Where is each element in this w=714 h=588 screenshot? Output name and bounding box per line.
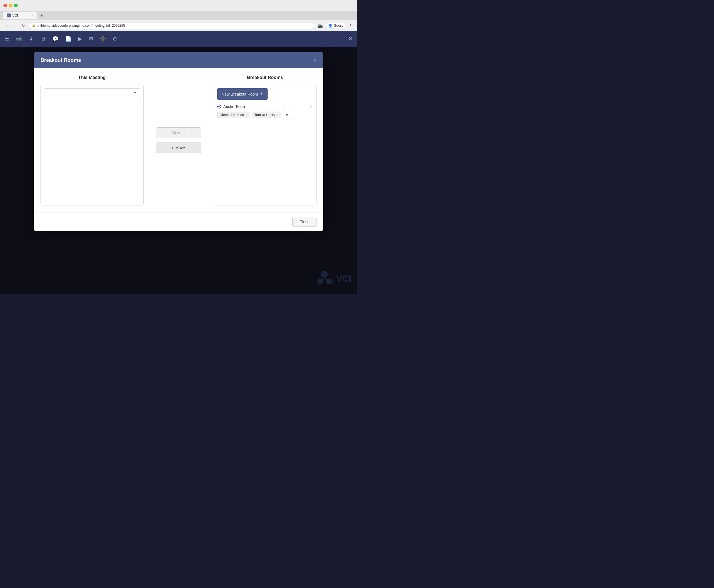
modal-close-button[interactable]: × <box>313 58 316 63</box>
forward-button[interactable]: › <box>12 22 18 29</box>
add-participant-button[interactable]: ▼ <box>283 111 291 119</box>
chat-icon[interactable]: 💬 <box>52 36 59 42</box>
document-icon[interactable]: 📄 <box>65 36 71 42</box>
url-bar[interactable]: 🔒 m4demo.videoconferencinginfo.com/meeti… <box>29 22 315 29</box>
maximize-traffic-light[interactable] <box>14 4 18 7</box>
more-options-icon[interactable]: ⋮ <box>348 22 354 29</box>
screen-share-icon[interactable]: 🖥 <box>41 36 45 42</box>
title-bar <box>0 0 357 11</box>
room-radio-button[interactable] <box>217 105 221 108</box>
app-toolbar: ☰ 📹 🎙 🖥 💬 📄 ▶ ✉ ➕ ⊙ ✕ <box>0 31 357 47</box>
active-tab[interactable]: V VCI × <box>3 12 37 19</box>
tab-title: VCI <box>13 14 18 17</box>
browser-chrome: V VCI × + ‹ › ↻ 🔒 m4demo.videoconferenci… <box>0 0 357 31</box>
room-delete-button[interactable]: ✕ <box>310 104 313 109</box>
breakout-rooms-title: Breakout Rooms <box>214 75 317 80</box>
new-breakout-btn-label: New Breakout Room <box>222 92 258 97</box>
this-meeting-box: ▼ <box>41 85 144 206</box>
minimize-traffic-light[interactable] <box>9 4 13 7</box>
move-left-label: Move <box>175 146 185 150</box>
remove-charlie-button[interactable]: ✕ <box>245 113 248 117</box>
breakout-rooms-modal: Breakout Rooms × This Meeting ▼ <box>34 52 323 231</box>
camera-icon[interactable]: 📷 <box>317 22 323 29</box>
move-right-icon: › <box>184 130 185 135</box>
participant-tamika-henry: Tamika Henry ✕ <box>252 111 281 118</box>
participant-name: Tamika Henry <box>254 113 275 117</box>
remove-tamika-button[interactable]: ✕ <box>276 113 279 117</box>
room-name: Austin Team <box>224 104 308 109</box>
traffic-lights <box>3 4 18 7</box>
room-radio-inner <box>218 106 220 107</box>
user-icon: 👤 <box>328 24 333 27</box>
breakout-rooms-box: New Breakout Room + Austin Team ✕ <box>214 85 317 206</box>
video-icon[interactable]: 📹 <box>16 36 22 42</box>
back-button[interactable]: ‹ <box>3 22 9 29</box>
new-breakout-plus-icon: + <box>260 91 264 97</box>
tab-close-button[interactable]: × <box>32 14 34 17</box>
close-traffic-light[interactable] <box>3 4 7 7</box>
mic-icon[interactable]: 🎙 <box>29 36 34 42</box>
url-text: m4demo.videoconferencinginfo.com/meeting… <box>37 24 125 27</box>
new-breakout-room-button[interactable]: New Breakout Room + <box>217 88 268 100</box>
modal-title: Breakout Rooms <box>41 57 81 63</box>
tab-bar: V VCI × + <box>0 11 357 20</box>
browser-actions: 📷 👤 Guest ⋮ <box>317 22 354 29</box>
user-menu-button[interactable]: 👤 Guest <box>326 23 345 28</box>
meeting-dropdown[interactable]: ▼ <box>44 88 140 97</box>
modal-backdrop: Breakout Rooms × This Meeting ▼ <box>0 47 357 294</box>
modal-body: This Meeting ▼ Move › ‹ <box>34 68 323 212</box>
refresh-button[interactable]: ↻ <box>20 22 26 29</box>
address-bar: ‹ › ↻ 🔒 m4demo.videoconferencinginfo.com… <box>0 20 357 31</box>
modal-header: Breakout Rooms × <box>34 52 323 68</box>
mail-icon[interactable]: ✉ <box>89 36 93 42</box>
this-meeting-title: This Meeting <box>41 75 144 80</box>
play-icon[interactable]: ▶ <box>78 36 82 42</box>
move-right-label: Move <box>172 130 181 135</box>
new-tab-button[interactable]: + <box>38 12 45 19</box>
this-meeting-section: This Meeting ▼ <box>41 75 150 206</box>
move-controls: Move › ‹ Move <box>150 75 207 206</box>
record-icon[interactable]: ⊙ <box>113 36 117 42</box>
security-lock-icon: 🔒 <box>32 24 36 27</box>
main-content: VCI Breakout Rooms × This Meeting ▼ <box>0 47 357 294</box>
move-left-button[interactable]: ‹ Move <box>156 143 201 153</box>
modal-footer: Close <box>34 212 323 231</box>
menu-icon[interactable]: ☰ <box>4 36 9 42</box>
move-left-icon: ‹ <box>172 146 173 150</box>
add-icon[interactable]: ➕ <box>100 36 106 42</box>
user-label: Guest <box>334 24 343 27</box>
move-right-button[interactable]: Move › <box>156 127 201 138</box>
close-modal-button[interactable]: Close <box>292 217 316 227</box>
room-participants: Charlie Harrison ✕ Tamika Henry ✕ ▼ <box>217 111 313 119</box>
participant-charlie-harrison: Charlie Harrison ✕ <box>217 111 250 118</box>
toolbar-close-icon[interactable]: ✕ <box>348 36 353 42</box>
room-item-austin-team: Austin Team ✕ Charlie Harrison ✕ Tamika … <box>217 104 313 119</box>
breakout-rooms-section: Breakout Rooms New Breakout Room + <box>207 75 317 206</box>
tab-favicon: V <box>7 14 11 17</box>
room-header: Austin Team ✕ <box>217 104 313 109</box>
participant-name: Charlie Harrison <box>220 113 244 117</box>
dropdown-arrow-icon: ▼ <box>133 91 137 95</box>
